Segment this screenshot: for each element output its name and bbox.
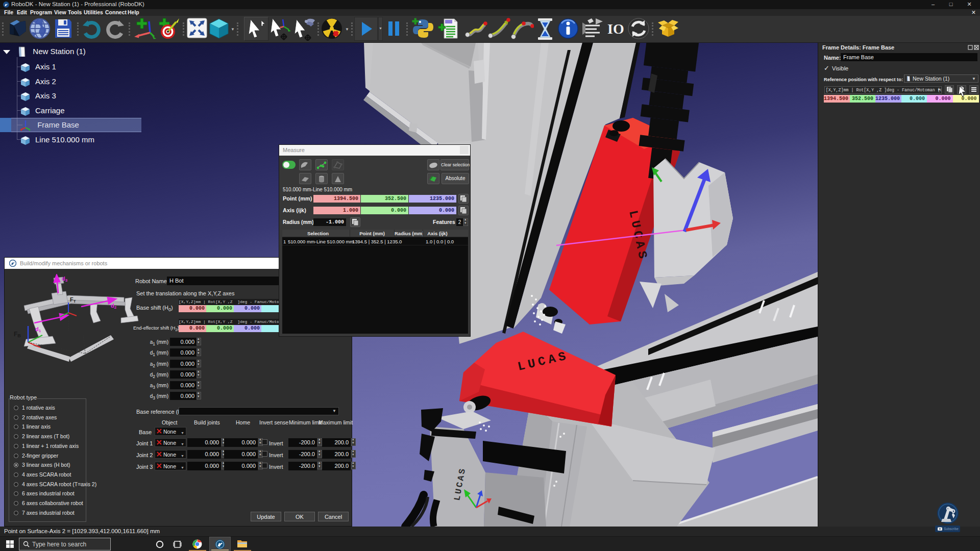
svg-text:d3: d3 <box>62 276 68 283</box>
svg-text:IO: IO <box>607 21 624 37</box>
svg-text:Subscribe: Subscribe <box>944 527 959 531</box>
svg-text:FB: FB <box>14 331 21 338</box>
